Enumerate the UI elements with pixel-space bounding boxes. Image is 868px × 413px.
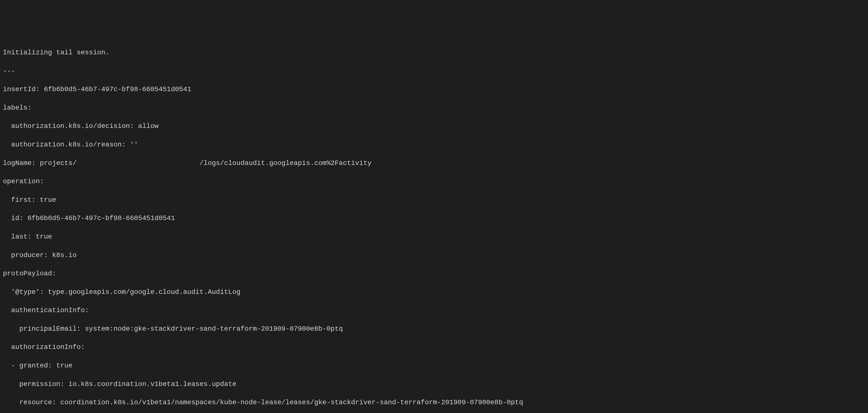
log-line: first: true — [3, 195, 865, 205]
log-line: resource: coordination.k8s.io/v1beta1/na… — [3, 398, 865, 407]
log-line: labels: — [3, 103, 865, 113]
log-line: - granted: true — [3, 361, 865, 370]
log-line: '@type': type.googleapis.com/google.clou… — [3, 287, 865, 297]
log-line: authorization.k8s.io/reason: '' — [3, 140, 865, 149]
log-line: logName: projects/ /logs/cloudaudit.goog… — [3, 159, 865, 168]
log-line: authorization.k8s.io/decision: allow — [3, 122, 865, 131]
log-line: last: true — [3, 232, 865, 242]
log-line: authorizationInfo: — [3, 343, 865, 352]
log-line: principalEmail: system:node:gke-stackdri… — [3, 324, 865, 333]
terminal-output[interactable]: Initializing tail session. --- insertId:… — [3, 39, 865, 413]
log-line: --- — [3, 66, 865, 76]
log-line: insertId: 6fb6b0d5-46b7-497c-bf98-660545… — [3, 85, 865, 94]
log-line: Initializing tail session. — [3, 48, 865, 57]
log-line: protoPayload: — [3, 269, 865, 278]
log-line: operation: — [3, 177, 865, 186]
log-line: producer: k8s.io — [3, 251, 865, 260]
log-line: authenticationInfo: — [3, 306, 865, 315]
log-line: id: 6fb6b0d5-46b7-497c-bf98-6605451d0541 — [3, 214, 865, 223]
log-line: permission: io.k8s.coordination.v1beta1.… — [3, 380, 865, 389]
